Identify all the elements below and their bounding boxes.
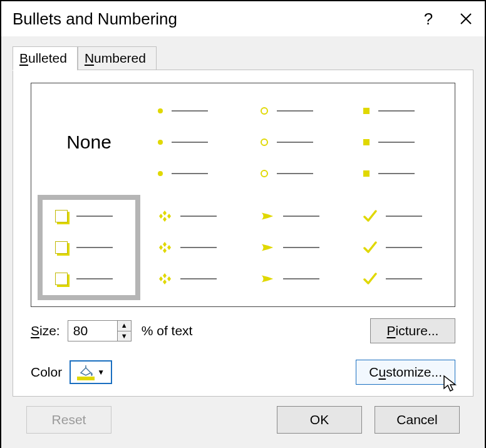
bullet-option-box[interactable]: [38, 195, 140, 300]
bullet-gallery-frame: None: [31, 83, 455, 307]
dialog-footer: Reset OK Cancel: [13, 397, 473, 443]
bullet-option-arrow[interactable]: [243, 195, 346, 300]
dropdown-arrow-icon: ▼: [97, 368, 105, 377]
controls-area: Size: 80 ▲ ▼ % of text Picture... Color: [31, 318, 455, 385]
color-label: Color: [31, 365, 62, 380]
bullet-option-dot[interactable]: [140, 90, 243, 195]
size-value[interactable]: 80: [68, 321, 117, 341]
size-input[interactable]: 80 ▲ ▼: [68, 320, 132, 341]
help-button[interactable]: ?: [410, 1, 447, 36]
cancel-button[interactable]: Cancel: [375, 406, 460, 434]
bullet-option-sq[interactable]: [346, 90, 448, 195]
bullet-option-ring[interactable]: [243, 90, 346, 195]
bullet-option-check[interactable]: [346, 195, 448, 300]
tab-bulleted[interactable]: Bulleted: [13, 46, 78, 71]
customize-button[interactable]: Customize...: [356, 360, 455, 385]
color-picker-button[interactable]: ▼: [70, 360, 112, 384]
bullet-option-diamond4[interactable]: [140, 195, 243, 300]
tab-numbered[interactable]: Numbered: [78, 46, 157, 70]
picture-button[interactable]: Picture...: [370, 318, 455, 343]
color-swatch: [77, 364, 95, 380]
close-button[interactable]: [447, 1, 485, 36]
paint-bucket-icon: [77, 364, 95, 377]
bullet-gallery: None: [38, 90, 448, 300]
bullets-numbering-dialog: Bullets and Numbering ? Bulleted Numbere…: [0, 0, 486, 448]
size-spinner-arrows[interactable]: ▲ ▼: [117, 321, 131, 341]
color-underline: [77, 377, 95, 380]
size-label: Size:: [31, 323, 60, 338]
size-suffix: % of text: [142, 323, 193, 338]
size-spinner-up[interactable]: ▲: [118, 321, 131, 331]
content-area: Bulleted Numbered None Size: 80 ▲ ▼: [1, 36, 485, 448]
bullet-option-none[interactable]: None: [38, 90, 140, 195]
tab-strip: Bulleted Numbered: [13, 46, 473, 70]
close-icon: [460, 13, 472, 25]
reset-button: Reset: [26, 406, 111, 434]
dialog-title: Bullets and Numbering: [13, 9, 410, 29]
tab-panel: None Size: 80 ▲ ▼ % of text Picture...: [13, 70, 473, 397]
cursor-icon: [443, 375, 459, 393]
size-spinner-down[interactable]: ▼: [118, 331, 131, 341]
ok-button[interactable]: OK: [277, 406, 362, 434]
title-bar: Bullets and Numbering ?: [1, 1, 485, 36]
